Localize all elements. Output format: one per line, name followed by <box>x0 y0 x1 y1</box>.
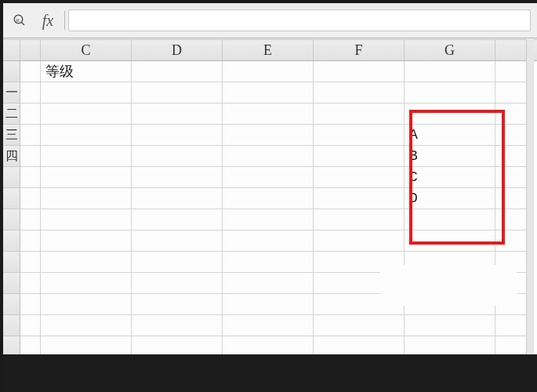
row-header[interactable]: 二 <box>3 103 20 125</box>
cell-H-5[interactable] <box>495 167 528 188</box>
cell-F-5[interactable] <box>314 167 405 188</box>
cell-F-3[interactable] <box>314 125 405 146</box>
cell-D-2[interactable] <box>132 103 223 125</box>
cell-E-9[interactable] <box>223 252 314 273</box>
cell-E-0[interactable] <box>223 61 314 82</box>
cell-H-2[interactable] <box>495 103 528 125</box>
row-header[interactable]: 四 <box>3 146 20 167</box>
column-header-B[interactable] <box>20 40 41 60</box>
cell-D-3[interactable] <box>132 125 223 146</box>
row-header[interactable]: 三 <box>3 125 20 146</box>
cell-C-13[interactable] <box>41 336 132 354</box>
cell-H-8[interactable] <box>495 230 528 252</box>
cell-G-1[interactable] <box>405 82 495 103</box>
cell-H-13[interactable] <box>495 336 528 354</box>
cell-B-7[interactable] <box>20 209 41 230</box>
cell-G-4[interactable]: B <box>405 146 495 167</box>
cell-F-4[interactable] <box>314 146 405 167</box>
spreadsheet-grid[interactable]: 等级一二三A四BCD <box>3 61 537 354</box>
cell-B-0[interactable] <box>20 61 41 82</box>
cell-D-6[interactable] <box>132 188 223 209</box>
cell-F-7[interactable] <box>314 209 405 230</box>
cell-C-12[interactable] <box>41 315 132 336</box>
cell-C-0[interactable]: 等级 <box>41 61 132 82</box>
cell-F-0[interactable] <box>314 61 405 82</box>
cell-F-8[interactable] <box>314 230 405 252</box>
cell-D-1[interactable] <box>132 82 223 103</box>
row-header[interactable] <box>3 315 20 336</box>
cell-B-3[interactable] <box>20 125 41 146</box>
cell-H-0[interactable] <box>495 61 528 82</box>
cell-E-1[interactable] <box>223 82 314 103</box>
cell-D-7[interactable] <box>132 209 223 230</box>
cell-B-11[interactable] <box>20 294 41 315</box>
cell-C-6[interactable] <box>41 188 132 209</box>
vertical-scrollbar[interactable] <box>526 39 534 354</box>
cell-H-12[interactable] <box>495 315 528 336</box>
cell-B-6[interactable] <box>20 188 41 209</box>
cell-E-11[interactable] <box>223 294 314 315</box>
cell-E-6[interactable] <box>223 188 314 209</box>
cell-C-9[interactable] <box>41 252 132 273</box>
cell-G-7[interactable] <box>405 209 495 230</box>
fx-button[interactable]: fx <box>34 12 61 30</box>
cell-H-1[interactable] <box>495 82 528 103</box>
cell-B-1[interactable] <box>20 82 41 103</box>
cell-G-8[interactable] <box>405 230 495 252</box>
cell-G-13[interactable] <box>405 336 495 354</box>
cell-E-13[interactable] <box>223 336 314 354</box>
cell-G-0[interactable] <box>405 61 495 82</box>
row-header[interactable]: 一 <box>3 82 20 103</box>
cell-B-8[interactable] <box>20 230 41 252</box>
row-header[interactable] <box>3 209 20 230</box>
cell-C-2[interactable] <box>41 103 132 125</box>
cell-G-2[interactable] <box>405 103 495 125</box>
cell-D-9[interactable] <box>132 252 223 273</box>
cell-D-11[interactable] <box>132 294 223 315</box>
cell-D-8[interactable] <box>132 230 223 252</box>
cell-G-5[interactable]: C <box>405 167 495 188</box>
cell-H-6[interactable] <box>495 188 528 209</box>
column-header-G[interactable]: G <box>405 40 495 60</box>
cell-E-7[interactable] <box>223 209 314 230</box>
cell-B-13[interactable] <box>20 336 41 354</box>
column-header-C[interactable]: C <box>41 40 132 60</box>
row-header[interactable] <box>3 273 20 294</box>
cell-F-12[interactable] <box>314 315 405 336</box>
cell-G-6[interactable]: D <box>405 188 495 209</box>
cell-B-10[interactable] <box>20 273 41 294</box>
cell-F-6[interactable] <box>314 188 405 209</box>
cell-E-10[interactable] <box>223 273 314 294</box>
cell-D-13[interactable] <box>132 336 223 354</box>
row-header[interactable] <box>3 294 20 315</box>
cell-F-2[interactable] <box>314 103 405 125</box>
cell-C-10[interactable] <box>41 273 132 294</box>
zoom-icon[interactable]: R <box>8 9 31 31</box>
cell-H-7[interactable] <box>495 209 528 230</box>
formula-input[interactable] <box>68 9 531 31</box>
column-header-D[interactable]: D <box>132 40 223 60</box>
cell-H-4[interactable] <box>495 146 528 167</box>
cell-C-8[interactable] <box>41 230 132 252</box>
cell-C-7[interactable] <box>41 209 132 230</box>
cell-F-1[interactable] <box>314 82 405 103</box>
cell-E-12[interactable] <box>223 315 314 336</box>
cell-B-9[interactable] <box>20 252 41 273</box>
row-header[interactable] <box>3 61 20 82</box>
cell-D-12[interactable] <box>132 315 223 336</box>
cell-C-4[interactable] <box>41 146 132 167</box>
cell-E-3[interactable] <box>223 125 314 146</box>
row-header[interactable] <box>3 230 20 252</box>
cell-G-3[interactable]: A <box>405 125 495 146</box>
cell-G-12[interactable] <box>405 315 495 336</box>
cell-E-4[interactable] <box>223 146 314 167</box>
cell-B-5[interactable] <box>20 167 41 188</box>
cell-F-13[interactable] <box>314 336 405 354</box>
cell-E-2[interactable] <box>223 103 314 125</box>
cell-E-8[interactable] <box>223 230 314 252</box>
cell-D-0[interactable] <box>132 61 223 82</box>
row-header[interactable] <box>3 336 20 354</box>
cell-B-2[interactable] <box>20 103 41 125</box>
column-header-F[interactable]: F <box>314 40 405 60</box>
cell-C-3[interactable] <box>41 125 132 146</box>
